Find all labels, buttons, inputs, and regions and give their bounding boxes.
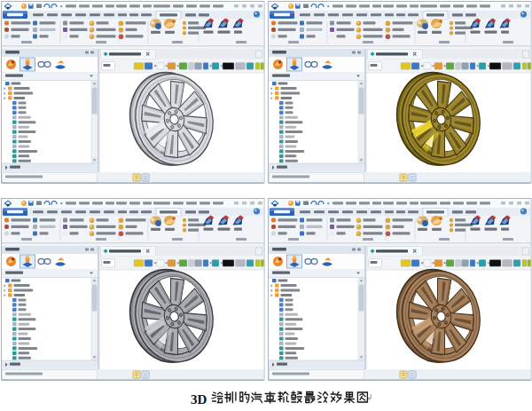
svg-text:3D: 3D — [191, 392, 207, 407]
